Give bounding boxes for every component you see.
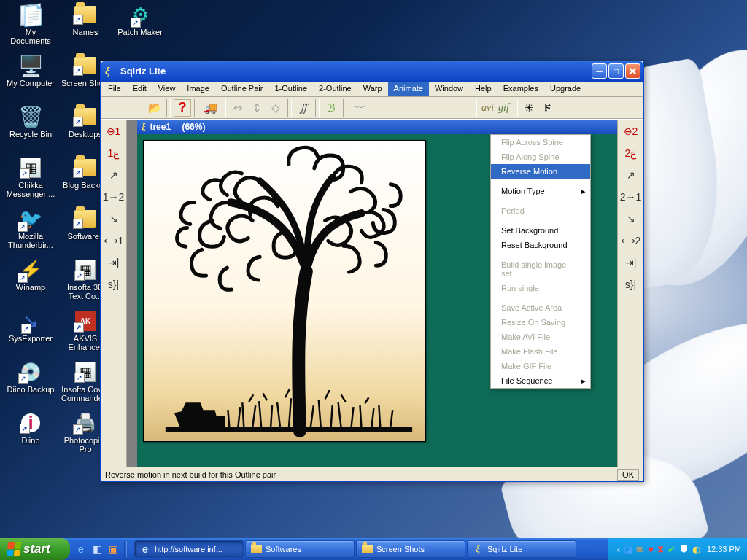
app-icon: ξ xyxy=(105,66,117,77)
menu-item-reset-background[interactable]: Reset Background xyxy=(491,238,590,252)
titlebar[interactable]: ξ Sqirlz Lite ─ □ ✕ xyxy=(101,61,643,82)
gif-button[interactable]: gif xyxy=(497,102,511,114)
side-tool[interactable]: ↗ xyxy=(620,166,642,184)
side-tool[interactable]: 2→1 xyxy=(620,188,642,206)
menu-warp[interactable]: Warp xyxy=(357,82,388,96)
start-button[interactable]: start xyxy=(0,538,70,560)
desktop-icon[interactable]: 🐦Mozilla Thunderbir... xyxy=(4,207,57,251)
task-icon: ξ xyxy=(472,543,484,555)
menu-window[interactable]: Window xyxy=(429,82,469,96)
icon-label: Names xyxy=(73,28,98,36)
tray-hide-icon[interactable]: ‹ xyxy=(617,544,620,555)
icon: 🖨️ xyxy=(74,411,97,435)
tray-icon-6[interactable]: ⛊ xyxy=(679,544,689,555)
menu-help[interactable]: Help xyxy=(469,82,498,96)
menu-edit[interactable]: Edit xyxy=(127,82,152,96)
icon: 🖥️ xyxy=(19,54,42,77)
tray-icon-4[interactable]: ⧗ xyxy=(657,543,664,555)
menu-2-outline[interactable]: 2-Outline xyxy=(313,82,357,96)
wheel-icon[interactable]: ✳ xyxy=(521,99,538,117)
minimize-button[interactable]: ─ xyxy=(592,63,607,79)
side-tool[interactable]: ⟷1 xyxy=(103,232,125,249)
tray-icon-5[interactable]: ✔ xyxy=(667,544,676,555)
image-canvas[interactable]: grass xyxy=(143,140,426,442)
task-icon: e xyxy=(139,543,151,555)
tray-icon-2[interactable]: ✉ xyxy=(636,544,644,555)
icon xyxy=(74,207,97,230)
task-button[interactable]: Softwares xyxy=(245,540,355,558)
menu-upgrade[interactable]: Upgrade xyxy=(544,82,587,96)
task-button[interactable]: Screen Shots xyxy=(356,540,465,558)
icon: ↘ xyxy=(19,309,42,332)
desktop-icon[interactable]: ⚙Patch Maker xyxy=(114,3,166,47)
menu-outline-pair[interactable]: Outline Pair xyxy=(215,82,268,96)
desktop-icon[interactable]: ⚡Winamp xyxy=(4,258,57,302)
side-tool[interactable]: ↘ xyxy=(620,210,642,228)
menu-1-outline[interactable]: 1-Outline xyxy=(268,82,313,96)
menu-examples[interactable]: Examples xyxy=(498,82,544,96)
brush-icon[interactable]: ℬ xyxy=(322,99,340,117)
icon-label: Diino xyxy=(21,436,39,445)
menu-item-motion-type[interactable]: Motion Type▸ xyxy=(491,184,590,198)
mirror-icon[interactable]: ◇ xyxy=(267,99,285,117)
close-button[interactable]: ✕ xyxy=(625,63,640,79)
canvas-area[interactable]: ξ tree1 (66%) xyxy=(127,120,617,467)
side-tool[interactable]: ⊖2 xyxy=(620,122,642,140)
avi-button[interactable]: avi xyxy=(480,102,495,114)
side-tool[interactable]: ⇥| xyxy=(103,254,125,271)
side-tool[interactable]: ⟷2 xyxy=(620,232,642,249)
submenu-arrow-icon: ▸ xyxy=(581,187,586,196)
show-desktop-icon[interactable]: ◧ xyxy=(90,542,104,556)
desktop-icon[interactable]: 🖥️My Computer xyxy=(4,54,57,98)
task-label: Softwares xyxy=(266,545,301,553)
desktop-icon[interactable]: 🗑️Recycle Bin xyxy=(4,105,57,149)
icon: ⚙ xyxy=(128,3,152,26)
side-tool[interactable]: ع2 xyxy=(620,144,642,162)
desktop-icon[interactable]: ▦Chikka Messenger ... xyxy=(4,156,57,200)
desktop-icon[interactable]: iDiino xyxy=(4,411,57,455)
desktop-icon[interactable]: ↘SysExporter xyxy=(4,309,57,353)
side-tool[interactable]: ⇥| xyxy=(620,254,642,271)
menu-item-set-background[interactable]: Set Background xyxy=(491,223,590,238)
menu-file[interactable]: File xyxy=(102,82,127,96)
menu-item-reverse-motion[interactable]: Reverse Motion xyxy=(491,164,590,179)
desktop-icon[interactable]: 📄My Documents xyxy=(4,3,57,47)
tree-image: grass xyxy=(144,141,425,441)
spine-icon[interactable]: ∬ xyxy=(295,99,312,117)
tray-icon-1[interactable]: ◪ xyxy=(624,544,632,555)
tray-icon-3[interactable]: ♥ xyxy=(648,544,654,555)
export-icon[interactable]: ⎘ xyxy=(540,99,557,117)
icon-label: My Computer xyxy=(7,79,55,88)
side-tool[interactable]: ↘ xyxy=(103,210,125,228)
desktop-icon[interactable]: 💿Diino Backup xyxy=(4,360,57,404)
side-tool[interactable]: s}| xyxy=(103,276,125,293)
task-button[interactable]: ξSqirlz Lite xyxy=(467,540,576,558)
desktop-icon[interactable]: Names xyxy=(59,3,112,47)
maximize-button[interactable]: □ xyxy=(608,63,624,79)
flip-h-icon[interactable]: ⇔ xyxy=(229,99,247,117)
wave-icon[interactable]: 〰 xyxy=(350,99,368,117)
side-tool[interactable]: ⊖1 xyxy=(103,122,125,140)
system-tray[interactable]: ‹ ◪ ✉ ♥ ⧗ ✔ ⛊ ◐ 12:33 PM xyxy=(608,538,747,560)
menu-animate[interactable]: Animate xyxy=(388,82,429,96)
side-tool[interactable]: ع1 xyxy=(103,144,125,162)
truck-icon[interactable]: 🚚 xyxy=(201,99,219,117)
task-button[interactable]: ehttp://software.inf... xyxy=(134,540,244,558)
menu-image[interactable]: Image xyxy=(181,82,215,96)
open-icon[interactable]: 📂 xyxy=(146,99,163,117)
side-tool[interactable]: ↗ xyxy=(103,166,125,184)
statusbar: Reverse motion in next build for this Ou… xyxy=(101,467,643,481)
media-player-icon[interactable]: ▣ xyxy=(107,542,120,556)
menu-item-file-sequence[interactable]: File Sequence▸ xyxy=(491,373,590,388)
help-icon[interactable]: ? xyxy=(174,99,191,117)
tray-icon-7[interactable]: ◐ xyxy=(692,544,700,555)
clock[interactable]: 12:33 PM xyxy=(707,545,741,553)
icon-label: Recycle Bin xyxy=(9,130,52,139)
menu-item-resize-on-saving: Resize On Saving xyxy=(491,315,590,330)
flip-v-icon[interactable]: ⇕ xyxy=(248,99,266,117)
side-tool[interactable]: s}| xyxy=(620,276,642,293)
side-tool[interactable]: 1→2 xyxy=(103,188,125,206)
document-titlebar[interactable]: ξ tree1 (66%) xyxy=(137,120,617,134)
menu-view[interactable]: View xyxy=(152,82,182,96)
ie-icon[interactable]: e xyxy=(74,542,88,556)
